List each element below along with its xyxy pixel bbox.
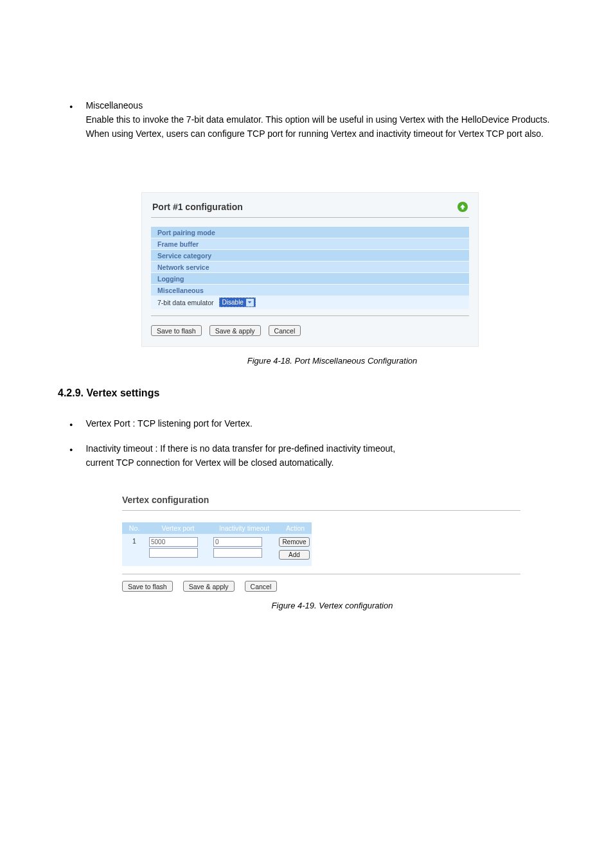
config-label: 7-bit data emulator (157, 299, 214, 306)
col-action: Action (279, 524, 312, 532)
bullet-title: Miscellaneous (85, 100, 568, 111)
bullet-title: Inactivity timeout : If there is no data… (85, 443, 395, 454)
table-header: No. Vertex port Inactivity timeout Actio… (122, 522, 312, 534)
divider (151, 217, 469, 218)
cancel-button[interactable]: Cancel (269, 325, 301, 336)
bullet-dot: ● (69, 419, 73, 430)
bullet-misc: ● Miscellaneous Enable this to invoke th… (69, 100, 568, 141)
save-to-flash-button[interactable]: Save to flash (122, 581, 173, 592)
bullet-dot: ● (69, 101, 73, 112)
save-and-apply-button[interactable]: Save & apply (183, 581, 235, 592)
divider (122, 574, 520, 574)
save-and-apply-button[interactable]: Save & apply (209, 325, 261, 336)
col-port: Vertex port (147, 524, 209, 532)
table-row-add: Add (122, 547, 312, 560)
remove-button[interactable]: Remove (279, 537, 310, 547)
section-service-category[interactable]: Service category (151, 250, 469, 261)
inactivity-timeout-input[interactable]: 0 (213, 537, 262, 547)
cancel-button[interactable]: Cancel (245, 581, 278, 592)
col-no: No. (122, 524, 147, 532)
select-value: Disable (222, 299, 244, 306)
save-to-flash-button[interactable]: Save to flash (151, 325, 202, 336)
vertex-port-input[interactable]: 5000 (149, 537, 198, 547)
section-frame-buffer[interactable]: Frame buffer (151, 238, 469, 249)
chevron-down-icon (246, 299, 254, 306)
port-config-panel: Port #1 configuration Port pairing mode … (141, 192, 479, 347)
table-row: 1 5000 0 Remove (122, 534, 312, 547)
figure-caption-1: Figure 4-18. Port Miscellaneous Configur… (96, 356, 568, 366)
vertex-port-input-new[interactable] (149, 548, 198, 558)
panel-title: Port #1 configuration (152, 202, 243, 212)
section-port-pairing[interactable]: Port pairing mode (151, 227, 469, 238)
inactivity-timeout-input-new[interactable] (213, 548, 262, 558)
col-timeout: Inactivity timeout (209, 524, 279, 532)
config-row-7bit: 7-bit data emulator Disable (151, 296, 469, 309)
bullet-vertex-port: ● Vertex Port : TCP listening port for V… (69, 418, 568, 430)
vertex-table: No. Vertex port Inactivity timeout Actio… (122, 522, 312, 566)
section-heading-vertex: 4.2.9. Vertex settings (58, 387, 568, 399)
divider (122, 510, 520, 511)
section-network-service[interactable]: Network service (151, 261, 469, 272)
panel2-title: Vertex configuration (122, 491, 520, 508)
bullet-dot: ● (69, 444, 73, 456)
row-no: 1 (122, 537, 147, 545)
vertex-config-panel: Vertex configuration No. Vertex port Ina… (122, 491, 520, 592)
bullet-inactivity: ● Inactivity timeout : If there is no da… (69, 443, 568, 470)
figure-caption-2: Figure 4-19. Vertex configuration (96, 601, 568, 610)
bullet-text: Enable this to invoke the 7-bit data emu… (85, 113, 568, 141)
arrow-up-icon[interactable] (458, 202, 468, 212)
divider (151, 315, 469, 316)
7bit-select[interactable]: Disable (219, 297, 256, 307)
bullet-title: Vertex Port : TCP listening port for Ver… (85, 418, 252, 429)
add-button[interactable]: Add (279, 550, 310, 560)
bullet-text: current TCP connection for Vertex will b… (85, 456, 395, 470)
section-miscellaneous[interactable]: Miscellaneous (151, 285, 469, 296)
section-logging[interactable]: Logging (151, 273, 469, 284)
